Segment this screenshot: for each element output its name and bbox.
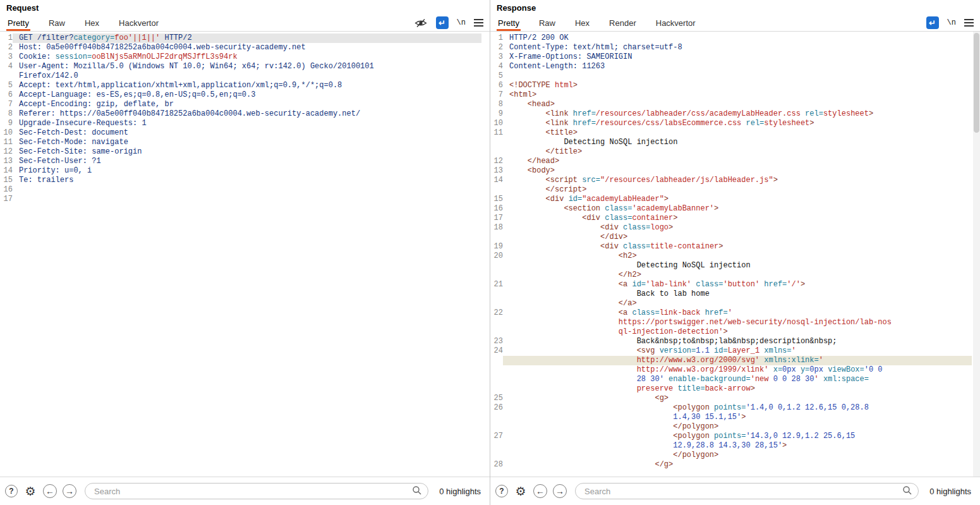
code-line[interactable]: 14Priority: u=0, i	[0, 166, 490, 176]
code-line[interactable]: 2Content-Type: text/html; charset=utf-8	[490, 43, 980, 52]
response-editor[interactable]: 1HTTP/2 200 OK2Content-Type: text/html; …	[490, 32, 980, 477]
line-number	[490, 138, 503, 147]
code-line[interactable]: http://www.w3.org/2000/svg' xmlns:xlink=…	[490, 356, 980, 365]
help-icon[interactable]: ?	[5, 485, 18, 497]
code-line[interactable]: </div>	[490, 233, 980, 242]
code-line[interactable]: 27 <polygon points='14.3,0 12.9,1.2 25.6…	[490, 432, 980, 441]
tab-pretty[interactable]: Pretty	[497, 15, 521, 31]
search-input[interactable]	[93, 486, 412, 497]
code-line[interactable]: 11 <title>	[490, 128, 980, 138]
request-editor[interactable]: 1GET /filter?category=foo'||1||' HTTP/22…	[0, 32, 490, 477]
code-line[interactable]: preserve title=back-arrow>	[490, 384, 980, 394]
code-line[interactable]: 13 <body>	[490, 166, 980, 176]
eye-slash-icon[interactable]	[414, 16, 428, 30]
code-line[interactable]: 10 <link href=/resources/css/labsEcommer…	[490, 119, 980, 128]
tab-render[interactable]: Render	[608, 15, 638, 31]
gear-icon[interactable]: ⚙	[23, 484, 37, 498]
code-line[interactable]: </script>	[490, 185, 980, 195]
code-line[interactable]: 1GET /filter?category=foo'||1||' HTTP/2	[0, 33, 490, 43]
code-line[interactable]: 24 <svg version=1.1 id=Layer_1 xmlns='	[490, 346, 980, 356]
code-line[interactable]: 15 <div id="academyLabHeader">	[490, 195, 980, 204]
code-line[interactable]: 28 30' enable-background='new 0 0 28 30'…	[490, 375, 980, 384]
tab-raw[interactable]: Raw	[538, 15, 557, 31]
tab-pretty[interactable]: Pretty	[6, 15, 30, 31]
tab-hex[interactable]: Hex	[83, 15, 100, 31]
previous-match-button[interactable]: ←	[533, 484, 547, 498]
code-line[interactable]: 19 <div class=title-container>	[490, 242, 980, 252]
code-line[interactable]: 4Content-Length: 11263	[490, 62, 980, 71]
code-text: Detecting NoSQL injection	[503, 138, 972, 147]
code-line[interactable]: 25 <g>	[490, 394, 980, 403]
code-line[interactable]: 8Referer: https://0a5e00ff040b84718252a6…	[0, 109, 490, 119]
code-line[interactable]: 16 <section class='academyLabBanner'>	[490, 204, 980, 214]
word-wrap-icon[interactable]: ↵	[926, 16, 939, 29]
code-line[interactable]: </a>	[490, 299, 980, 308]
next-match-button[interactable]: →	[553, 484, 567, 498]
scrollbar-thumb[interactable]	[974, 33, 979, 133]
code-line[interactable]: 7Accept-Encoding: gzip, deflate, br	[0, 100, 490, 109]
code-line[interactable]: 11Sec-Fetch-Mode: navigate	[0, 138, 490, 147]
code-line[interactable]: 14 <script src="/resources/labheader/js/…	[490, 176, 980, 185]
line-number: 18	[490, 223, 503, 233]
code-line[interactable]: 2Host: 0a5e00ff040b84718252a6ba004c0004.…	[0, 43, 490, 52]
next-match-button[interactable]: →	[63, 484, 76, 498]
code-line[interactable]: 16	[0, 185, 490, 195]
tab-hackvertor[interactable]: Hackvertor	[118, 15, 160, 31]
code-line[interactable]: 7<html>	[490, 90, 980, 100]
word-wrap-icon[interactable]: ↵	[436, 16, 449, 29]
code-line[interactable]: 22 <a class=link-back href='	[490, 308, 980, 318]
search-field[interactable]	[85, 483, 428, 499]
code-line[interactable]: </polygon>	[490, 422, 980, 432]
newline-visibility-icon[interactable]: \n	[947, 18, 956, 27]
tab-hackvertor[interactable]: Hackvertor	[655, 15, 697, 31]
code-line[interactable]: 9Upgrade-Insecure-Requests: 1	[0, 119, 490, 128]
code-line[interactable]: 17 <div class=container>	[490, 214, 980, 223]
code-line[interactable]: 1HTTP/2 200 OK	[490, 33, 980, 43]
code-line[interactable]: </h2>	[490, 271, 980, 280]
code-line[interactable]: 9 <link href=/resources/labheader/css/ac…	[490, 109, 980, 119]
code-line[interactable]: 3X-Frame-Options: SAMEORIGIN	[490, 52, 980, 62]
tab-hex[interactable]: Hex	[574, 15, 591, 31]
code-line[interactable]: 3Cookie: session=ooBlNjs5aRMnOLJF2drqMSJ…	[0, 52, 490, 62]
code-line[interactable]: 23 Back&nbsp;to&nbsp;lab&nbsp;descriptio…	[490, 337, 980, 346]
code-line[interactable]: 15Te: trailers	[0, 176, 490, 185]
newline-visibility-icon[interactable]: \n	[457, 18, 466, 27]
menu-icon[interactable]	[964, 19, 974, 27]
help-icon[interactable]: ?	[495, 485, 508, 497]
code-line[interactable]: Back to lab home	[490, 289, 980, 299]
line-number: 24	[490, 346, 503, 356]
code-line[interactable]: 21 <a id='lab-link' class='button' href=…	[490, 280, 980, 289]
code-line[interactable]: Detecting NoSQL injection	[490, 261, 980, 271]
code-line[interactable]: 12Sec-Fetch-Site: same-origin	[0, 147, 490, 157]
code-line[interactable]: 12.9,28.8 14.3,30 28,15'>	[490, 441, 980, 451]
menu-icon[interactable]	[474, 19, 483, 27]
previous-match-button[interactable]: ←	[43, 484, 57, 498]
tab-raw[interactable]: Raw	[47, 15, 66, 31]
code-line[interactable]: Detecting NoSQL injection	[490, 138, 980, 147]
code-line[interactable]: 10Sec-Fetch-Dest: document	[0, 128, 490, 138]
code-line[interactable]: 12 </head>	[490, 157, 980, 166]
code-line[interactable]: 17	[0, 195, 490, 204]
code-line[interactable]: 4User-Agent: Mozilla/5.0 (Windows NT 10.…	[0, 62, 490, 71]
code-line[interactable]: 20 <h2>	[490, 252, 980, 261]
code-line[interactable]: 5Accept: text/html,application/xhtml+xml…	[0, 81, 490, 90]
code-line[interactable]: Firefox/142.0	[0, 71, 490, 81]
code-line[interactable]: https://portswigger.net/web-security/nos…	[490, 318, 980, 327]
code-line[interactable]: http://www.w3.org/1999/xlink' x=0px y=0p…	[490, 365, 980, 375]
code-line[interactable]: 13Sec-Fetch-User: ?1	[0, 157, 490, 166]
code-line[interactable]: ql-injection-detection'>	[490, 327, 980, 337]
code-line[interactable]: 1.4,30 15.1,15'>	[490, 413, 980, 422]
code-line[interactable]: 18 <div class=logo>	[490, 223, 980, 233]
code-line[interactable]: 28 </g>	[490, 460, 980, 470]
code-line[interactable]: 8 <head>	[490, 100, 980, 109]
code-line[interactable]: 6Accept-Language: es-ES,es;q=0.8,en-US;q…	[0, 90, 490, 100]
code-line[interactable]: 26 <polygon points='1.4,0 0,1.2 12.6,15 …	[490, 403, 980, 413]
scrollbar[interactable]	[973, 32, 980, 477]
search-field[interactable]	[575, 483, 919, 499]
code-line[interactable]: </polygon>	[490, 451, 980, 460]
gear-icon[interactable]: ⚙	[514, 484, 528, 498]
code-line[interactable]: 5	[490, 71, 980, 81]
code-line[interactable]: </title>	[490, 147, 980, 157]
search-input[interactable]	[583, 486, 902, 497]
code-line[interactable]: 6<!DOCTYPE html>	[490, 81, 980, 90]
